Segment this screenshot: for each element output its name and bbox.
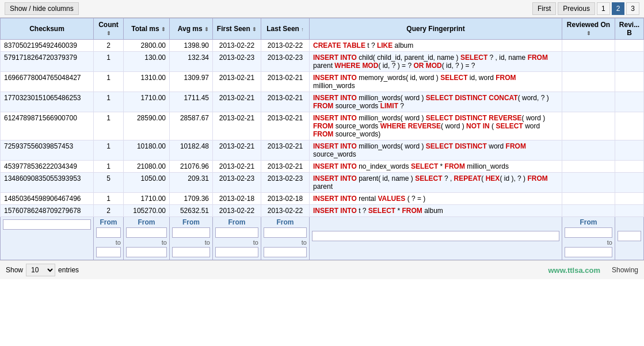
table-cell: INSERT INTO memory_words( id, word ) SEL… <box>310 72 562 92</box>
table-cell: INSERT INTO million_words( word ) SELECT… <box>310 140 562 161</box>
table-cell: 5791718264720379379 <box>1 52 94 72</box>
filter-avgms-from-input[interactable] <box>172 227 210 238</box>
table-cell <box>615 140 644 161</box>
first-button[interactable]: First <box>532 2 556 15</box>
table-cell: 2013-02-22 <box>261 205 310 217</box>
table-cell: 1710.00 <box>124 193 170 205</box>
filter-checksum-input[interactable] <box>3 219 91 230</box>
top-bar: Show / hide columns First Previous 1 2 3 <box>0 0 644 18</box>
table-cell <box>615 173 644 193</box>
table-cell: INSERT INTO rental VALUES ( ? = ) <box>310 193 562 205</box>
table-cell: 2013-02-21 <box>213 112 261 140</box>
table-row: 1696677800476504842711310.001309.972013-… <box>1 72 644 92</box>
table-cell <box>615 52 644 72</box>
table-cell <box>562 40 615 52</box>
table-cell: INSERT INTO million_words( word ) SELECT… <box>310 92 562 112</box>
filter-firstseen-from-label: From <box>215 218 258 226</box>
filter-row: From to From to From to <box>1 217 644 260</box>
filter-reviewed-from-input[interactable] <box>565 227 612 238</box>
table-cell <box>562 161 615 173</box>
table-cell <box>615 92 644 112</box>
footer-bar: Show 10 25 50 100 entries www.ttlsa.com … <box>0 260 644 279</box>
filter-lastseen-from-label: From <box>264 218 307 226</box>
filter-firstseen-from-input[interactable] <box>215 227 258 238</box>
page-1[interactable]: 1 <box>597 2 610 15</box>
table-body: 837050219549246003922800.001398.902013-0… <box>1 40 644 217</box>
filter-totalms-from-label: From <box>126 218 167 226</box>
table-cell: 15760786248709279678 <box>1 205 94 217</box>
table-cell: 52632.51 <box>170 205 213 217</box>
filter-count-from-input[interactable] <box>96 227 121 238</box>
table-row: 725937556039857453110180.0010182.482013-… <box>1 140 644 161</box>
show-hide-columns-button[interactable]: Show / hide columns <box>5 2 79 15</box>
table-cell: 2013-02-22 <box>261 40 310 52</box>
table-cell: 2013-02-22 <box>213 40 261 52</box>
table-cell: INSERT INTO child( child_id, parent_id, … <box>310 52 562 72</box>
filter-totalms-from-input[interactable] <box>126 227 167 238</box>
table-cell: 1 <box>94 112 124 140</box>
table-cell: 21076.96 <box>170 161 213 173</box>
sort-totalms-icon: ⇕ <box>161 26 166 32</box>
table-cell: 2013-02-18 <box>261 193 310 205</box>
filter-totalms-to-label: to <box>126 239 167 246</box>
col-header-fingerprint[interactable]: Query Fingerprint <box>310 18 562 40</box>
table-cell: INSERT INTO million_words( word ) SELECT… <box>310 112 562 140</box>
filter-reviewed: From to <box>562 217 615 260</box>
table-cell: 2013-02-21 <box>213 92 261 112</box>
filter-count-to-label: to <box>96 239 121 246</box>
previous-button[interactable]: Previous <box>558 2 595 15</box>
col-header-totalms[interactable]: Total ms ⇕ <box>124 18 170 40</box>
filter-totalms-to-input[interactable] <box>126 247 167 257</box>
table-cell: 1 <box>94 140 124 161</box>
table-cell: INSERT INTO parent( id, name ) SELECT ? … <box>310 173 562 193</box>
filter-avgms-to-input[interactable] <box>172 247 210 257</box>
table-cell: 17703230151065486253 <box>1 92 94 112</box>
filter-fingerprint-input[interactable] <box>312 231 559 241</box>
col-header-lastseen[interactable]: Last Seen ↑ <box>261 18 310 40</box>
table-row: 1348609083505539395351050.00209.312013-0… <box>1 173 644 193</box>
col-header-revb[interactable]: Revi... B <box>615 18 644 40</box>
entries-select[interactable]: 10 25 50 100 <box>26 264 55 276</box>
filter-count-from-label: From <box>96 218 121 226</box>
table-cell: 28587.67 <box>170 112 213 140</box>
col-header-firstseen[interactable]: First Seen ⇕ <box>213 18 261 40</box>
table-cell: 16966778004765048427 <box>1 72 94 92</box>
table-row: 157607862487092796782105270.0052632.5120… <box>1 205 644 217</box>
col-header-count[interactable]: Count ⇕ <box>94 18 124 40</box>
filter-lastseen-to-label: to <box>264 239 307 246</box>
page-2[interactable]: 2 <box>612 2 625 15</box>
showing-text: Showing <box>612 266 638 274</box>
table-cell <box>615 112 644 140</box>
table-cell: 725937556039857453 <box>1 140 94 161</box>
pagination-area: First Previous 1 2 3 <box>532 2 639 15</box>
table-cell <box>562 72 615 92</box>
table-cell <box>615 161 644 173</box>
filter-lastseen-from-input[interactable] <box>264 227 307 238</box>
table-cell: 1710.00 <box>124 92 170 112</box>
table-cell: 13486090835055393953 <box>1 173 94 193</box>
filter-count-to-input[interactable] <box>96 247 121 257</box>
filter-firstseen-to-input[interactable] <box>215 247 258 257</box>
filter-revb <box>615 217 644 260</box>
table-cell: 2013-02-21 <box>213 72 261 92</box>
filter-reviewed-to-input[interactable] <box>565 247 612 257</box>
table-cell <box>562 173 615 193</box>
table-cell: INSERT INTO no_index_words SELECT * FROM… <box>310 161 562 173</box>
table-cell <box>562 52 615 72</box>
table-cell: INSERT INTO t ? SELECT * FROM album <box>310 205 562 217</box>
col-header-avgms[interactable]: Avg ms ⇕ <box>170 18 213 40</box>
filter-lastseen-to-input[interactable] <box>264 247 307 257</box>
table-cell: 2013-02-22 <box>213 205 261 217</box>
table-cell: 132.34 <box>170 52 213 72</box>
table-cell: 2013-02-21 <box>213 161 261 173</box>
table-cell: 1 <box>94 193 124 205</box>
filter-revb-input[interactable] <box>618 231 641 241</box>
table-cell: 2013-02-18 <box>213 193 261 205</box>
page-3[interactable]: 3 <box>626 2 639 15</box>
table-cell <box>615 40 644 52</box>
table-cell: 2800.00 <box>124 40 170 52</box>
table-cell: 2013-02-21 <box>261 161 310 173</box>
table-cell: 1398.90 <box>170 40 213 52</box>
col-header-checksum[interactable]: Checksum <box>1 18 94 40</box>
col-header-reviewed[interactable]: Reviewed On ⇕ <box>562 18 615 40</box>
